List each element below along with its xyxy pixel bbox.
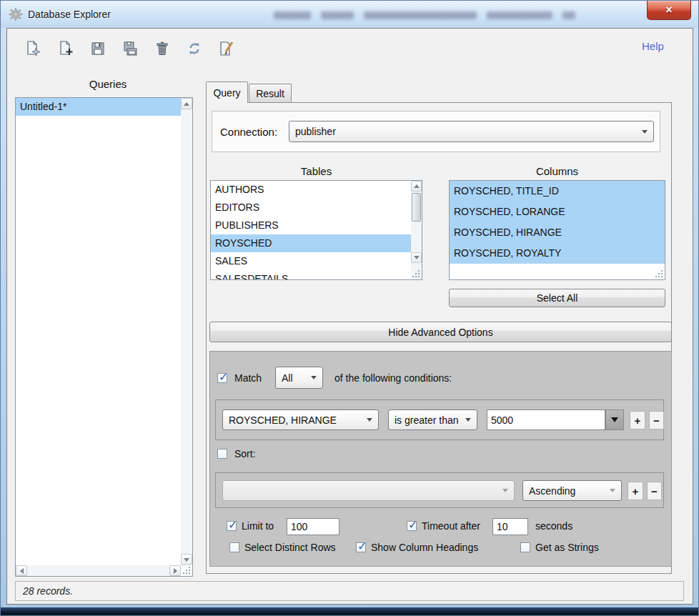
refresh-icon bbox=[186, 40, 203, 57]
condition-column-select[interactable]: ROYSCHED, HIRANGE bbox=[222, 409, 379, 430]
sort-label: Sort: bbox=[234, 448, 256, 459]
triangle-right-icon bbox=[174, 568, 177, 574]
column-item-selected[interactable]: ROYSCHED, TITLE_ID bbox=[450, 181, 665, 202]
delete-icon bbox=[154, 40, 171, 57]
tables-vscrollbar[interactable] bbox=[411, 181, 422, 279]
condition-operator-select[interactable]: is greater than bbox=[388, 409, 477, 430]
plus-icon: + bbox=[633, 485, 639, 497]
add-condition-button[interactable]: + bbox=[630, 411, 645, 429]
table-item[interactable]: SALES bbox=[211, 252, 415, 270]
tab-result[interactable]: Result bbox=[249, 84, 292, 103]
chevron-down-icon bbox=[465, 418, 471, 422]
columns-list: ROYSCHED, TITLE_ID ROYSCHED, LORANGE ROY… bbox=[449, 180, 665, 280]
queries-hscrollbar[interactable] bbox=[16, 565, 181, 576]
minus-icon: − bbox=[651, 485, 658, 497]
connection-select[interactable]: publisher bbox=[289, 121, 654, 142]
get-as-strings-checkbox[interactable] bbox=[520, 542, 530, 552]
window-title: Database Explorer bbox=[28, 9, 111, 20]
close-icon: × bbox=[665, 4, 672, 16]
hide-advanced-options-button[interactable]: Hide Advanced Options bbox=[209, 322, 672, 342]
scroll-up-button[interactable] bbox=[181, 98, 192, 109]
show-column-headings-label: Show Column Headings bbox=[371, 542, 478, 553]
scroll-left-button[interactable] bbox=[16, 565, 27, 576]
tables-header: Tables bbox=[210, 165, 422, 177]
triangle-up-icon bbox=[414, 184, 420, 188]
show-column-headings-checkbox[interactable] bbox=[356, 542, 366, 552]
add-query-button[interactable] bbox=[55, 38, 76, 59]
save-as-icon bbox=[122, 40, 139, 57]
status-bar: 28 records. bbox=[15, 581, 684, 601]
new-query-icon bbox=[24, 40, 41, 57]
limit-input[interactable] bbox=[287, 518, 339, 535]
save-as-button[interactable] bbox=[119, 38, 141, 59]
remove-sort-button[interactable]: − bbox=[647, 482, 662, 500]
timeout-suffix-label: seconds bbox=[535, 520, 572, 532]
table-item[interactable]: EDITORS bbox=[211, 199, 415, 217]
condition-value-dropdown-button[interactable] bbox=[605, 409, 624, 430]
triangle-up-icon bbox=[184, 102, 189, 106]
scroll-down-button[interactable] bbox=[411, 252, 422, 263]
table-item[interactable]: PUBLISHERS bbox=[211, 217, 415, 234]
scrollbar-thumb[interactable] bbox=[412, 193, 421, 222]
table-item[interactable]: AUTHORS bbox=[211, 181, 415, 199]
query-list-item[interactable]: Untitled-1* bbox=[16, 98, 185, 116]
queries-vscrollbar[interactable] bbox=[181, 98, 192, 565]
check-icon bbox=[357, 540, 367, 553]
match-mode-select[interactable]: All bbox=[275, 367, 323, 389]
triangle-down-icon bbox=[414, 256, 420, 259]
select-distinct-rows-checkbox[interactable] bbox=[229, 542, 239, 552]
tab-query[interactable]: Query bbox=[206, 81, 248, 103]
refresh-button[interactable] bbox=[184, 38, 205, 59]
scroll-right-button[interactable] bbox=[169, 565, 181, 576]
timeout-checkbox[interactable] bbox=[407, 521, 417, 531]
select-distinct-rows-label: Select Distinct Rows bbox=[244, 542, 336, 553]
timeout-label: Timeout after bbox=[422, 520, 480, 532]
column-item-selected[interactable]: ROYSCHED, LORANGE bbox=[450, 202, 665, 222]
remove-condition-button[interactable]: − bbox=[649, 411, 664, 429]
column-item-selected[interactable]: ROYSCHED, ROYALTY bbox=[450, 243, 665, 264]
condition-operator-value: is greater than bbox=[389, 414, 465, 426]
triangle-left-icon bbox=[20, 568, 24, 574]
chevron-down-icon bbox=[642, 130, 648, 134]
timeout-input[interactable] bbox=[492, 518, 528, 535]
app-icon bbox=[9, 7, 23, 21]
condition-value-input[interactable] bbox=[487, 409, 605, 430]
get-as-strings-label: Get as Strings bbox=[535, 542, 599, 553]
table-item[interactable]: SALESDETAILS bbox=[211, 270, 415, 280]
select-all-label: Select All bbox=[537, 292, 578, 304]
add-query-icon bbox=[57, 40, 74, 57]
edit-button[interactable] bbox=[216, 38, 237, 59]
scroll-down-button[interactable] bbox=[181, 554, 192, 565]
sort-column-select[interactable] bbox=[222, 480, 515, 501]
sort-direction-value: Ascending bbox=[523, 485, 610, 497]
scroll-up-button[interactable] bbox=[411, 181, 422, 192]
status-text: 28 records. bbox=[16, 585, 73, 597]
tab-result-label: Result bbox=[256, 88, 284, 99]
check-icon bbox=[408, 518, 417, 532]
resize-grip[interactable] bbox=[182, 566, 192, 576]
table-item-selected[interactable]: ROYSCHED bbox=[211, 234, 415, 252]
resize-grip[interactable] bbox=[655, 269, 665, 279]
redacted-title-text bbox=[274, 11, 575, 19]
resize-grip[interactable] bbox=[412, 269, 422, 279]
new-query-button[interactable] bbox=[22, 38, 44, 59]
column-item-selected[interactable]: ROYSCHED, HIRANGE bbox=[450, 222, 665, 243]
triangle-down-icon bbox=[184, 558, 189, 562]
connection-value: publisher bbox=[289, 126, 642, 137]
check-icon bbox=[219, 370, 228, 384]
tables-list: AUTHORS EDITORS PUBLISHERS ROYSCHED SALE… bbox=[210, 180, 422, 280]
save-button[interactable] bbox=[87, 38, 109, 59]
sort-checkbox[interactable] bbox=[217, 449, 227, 459]
help-link[interactable]: Help bbox=[642, 40, 664, 52]
select-all-button[interactable]: Select All bbox=[449, 289, 665, 307]
match-mode-value: All bbox=[276, 372, 311, 384]
sort-direction-select[interactable]: Ascending bbox=[522, 480, 622, 501]
columns-header: Columns bbox=[449, 165, 665, 177]
match-checkbox[interactable] bbox=[217, 373, 227, 383]
add-sort-button[interactable]: + bbox=[628, 482, 643, 500]
queries-header: Queries bbox=[44, 78, 172, 90]
delete-button[interactable] bbox=[152, 38, 173, 59]
condition-column-value: ROYSCHED, HIRANGE bbox=[223, 414, 367, 426]
limit-checkbox[interactable] bbox=[227, 521, 237, 531]
close-button[interactable]: × bbox=[647, 1, 691, 20]
